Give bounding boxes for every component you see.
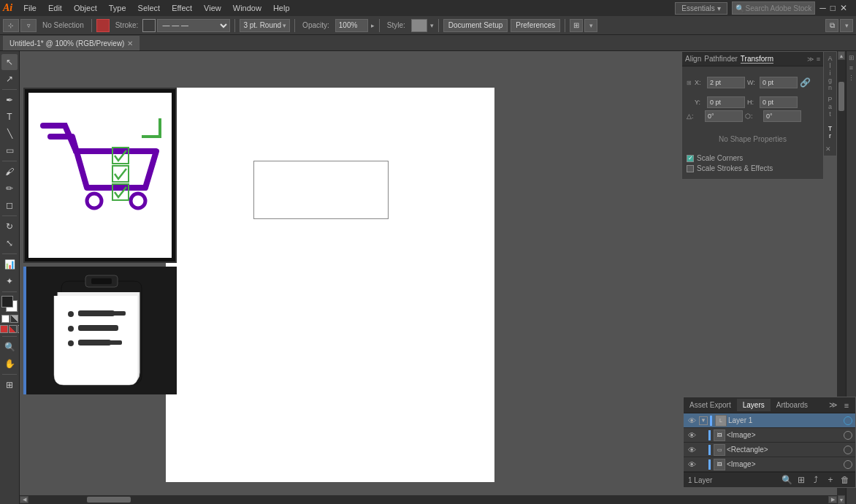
document-setup-btn[interactable]: Document Setup bbox=[443, 19, 508, 32]
menu-window[interactable]: Window bbox=[228, 2, 267, 14]
eraser-tool[interactable]: ◻ bbox=[1, 197, 18, 213]
menu-view[interactable]: View bbox=[199, 2, 226, 14]
menu-help[interactable]: Help bbox=[268, 2, 295, 14]
transform-mini-tab[interactable]: T r bbox=[825, 125, 835, 140]
color-fill-icon[interactable] bbox=[0, 325, 8, 333]
layer-image2-visibility[interactable]: 👁 bbox=[685, 458, 698, 471]
scrollbar-left-btn[interactable]: ◀ bbox=[20, 496, 28, 503]
create-sublayer-btn[interactable]: ⊞ bbox=[795, 475, 807, 485]
scale-tool[interactable]: ⤡ bbox=[1, 235, 18, 251]
menu-effect[interactable]: Effect bbox=[167, 2, 197, 14]
panel-menu-btn[interactable]: ≡ bbox=[841, 400, 852, 411]
fill-swatch[interactable] bbox=[96, 19, 110, 32]
stroke-swatch[interactable] bbox=[142, 19, 156, 32]
move-to-layer-btn[interactable]: ⤴ bbox=[810, 475, 822, 485]
panel-tab-align[interactable]: Align bbox=[685, 55, 701, 63]
swap-colors-icon[interactable] bbox=[1, 315, 9, 323]
opacity-expand[interactable]: ▸ bbox=[371, 22, 375, 29]
w-input[interactable] bbox=[760, 77, 798, 88]
artboards-tab[interactable]: Artboards bbox=[771, 399, 814, 411]
shape-tool[interactable]: ▭ bbox=[1, 142, 18, 159]
arrange-docs-btn[interactable]: ⧉ bbox=[825, 19, 838, 32]
delete-layer-btn[interactable]: 🗑 bbox=[839, 475, 851, 485]
doc-close-icon[interactable]: ✕ bbox=[127, 39, 133, 47]
menu-file[interactable]: File bbox=[18, 2, 42, 14]
maximize-btn[interactable]: □ bbox=[830, 3, 836, 13]
rotate-tool[interactable]: ↻ bbox=[1, 218, 18, 234]
arrange-btn[interactable]: ▾ bbox=[584, 19, 597, 32]
active-doc-tab[interactable]: Untitled-1* @ 100% (RGB/Preview) ✕ bbox=[3, 36, 140, 50]
type-tool[interactable]: T bbox=[1, 109, 18, 125]
menu-select[interactable]: Select bbox=[133, 2, 166, 14]
canvas-item-1[interactable] bbox=[23, 88, 177, 263]
foreground-color-swatch[interactable] bbox=[1, 296, 13, 308]
search-stock-bar[interactable]: 🔍 Search Adobe Stock bbox=[732, 1, 816, 15]
stroke-style-select[interactable]: — — — bbox=[157, 19, 230, 32]
default-colors-icon[interactable] bbox=[10, 315, 18, 323]
paintbrush-tool[interactable]: 🖌 bbox=[1, 164, 18, 180]
make-clipping-mask-btn[interactable]: 🔍 bbox=[781, 475, 792, 485]
scrollbar-down-btn[interactable]: ▼ bbox=[838, 495, 845, 504]
artboard-tool[interactable]: ⊞ bbox=[1, 377, 18, 393]
minimize-btn[interactable]: ─ bbox=[819, 3, 826, 13]
layer-image2-target[interactable] bbox=[844, 460, 852, 469]
color-swatches[interactable] bbox=[1, 296, 18, 312]
opacity-input[interactable] bbox=[335, 19, 368, 32]
scrollbar-thumb[interactable] bbox=[838, 82, 844, 111]
grid-view-btn[interactable]: ⊞ bbox=[570, 19, 583, 32]
symbol-tool[interactable]: ✦ bbox=[1, 273, 18, 289]
scale-corners-checkbox[interactable]: ✓ bbox=[687, 155, 694, 162]
right-strip-btn-2[interactable]: ≡ bbox=[847, 64, 856, 73]
shear-input[interactable] bbox=[763, 110, 801, 122]
layer-row-rect[interactable]: 👁 ▭ <Rectangle> bbox=[684, 443, 855, 457]
layer-rect-target[interactable] bbox=[844, 446, 852, 454]
layer-row-image-2[interactable]: 👁 🖼 <Image> bbox=[684, 457, 855, 472]
line-tool[interactable]: ╲ bbox=[1, 126, 18, 142]
pen-tool[interactable]: ✒ bbox=[1, 92, 18, 108]
stroke-width-input[interactable]: 3 pt. Round ▾ bbox=[240, 19, 290, 32]
style-expand[interactable]: ▾ bbox=[430, 22, 434, 29]
menu-type[interactable]: Type bbox=[104, 2, 131, 14]
canvas-item-2[interactable] bbox=[23, 267, 177, 394]
style-swatch[interactable] bbox=[411, 19, 427, 32]
panel-overflow-btn[interactable]: ≫ bbox=[828, 400, 839, 411]
pencil-tool[interactable]: ✏ bbox=[1, 180, 18, 196]
panel-menu-btn[interactable]: ≡ bbox=[817, 56, 820, 63]
panel-tab-transform[interactable]: Transform bbox=[741, 55, 773, 64]
arrange-expand[interactable]: ▾ bbox=[840, 19, 853, 32]
right-strip-btn-1[interactable]: ⊞ bbox=[847, 54, 856, 63]
lock-proportions-icon[interactable]: 🔗 bbox=[800, 71, 810, 94]
close-btn[interactable]: ✕ bbox=[840, 3, 847, 13]
panel-more-btn[interactable]: ≫ bbox=[807, 56, 814, 63]
layer-1-target[interactable] bbox=[844, 416, 852, 425]
layer-row-image-1[interactable]: 👁 🖼 <Image> bbox=[684, 428, 855, 443]
layer-image1-target[interactable] bbox=[844, 431, 852, 440]
h-input[interactable] bbox=[760, 96, 798, 108]
align-mini-tab[interactable]: A l i g n bbox=[825, 55, 835, 91]
scale-strokes-checkbox[interactable] bbox=[687, 165, 694, 172]
layers-tab[interactable]: Layers bbox=[737, 399, 771, 411]
create-new-layer-btn[interactable]: + bbox=[825, 475, 836, 485]
y-input[interactable] bbox=[707, 96, 745, 108]
preferences-btn[interactable]: Preferences bbox=[511, 19, 560, 32]
layer-1-expand-toggle[interactable]: ▼ bbox=[699, 416, 708, 425]
close-panel-btn[interactable]: ✕ bbox=[825, 144, 835, 153]
gradient-fill-icon[interactable] bbox=[9, 325, 17, 333]
panel-tab-pathfinder[interactable]: Pathfinder bbox=[704, 55, 738, 63]
zoom-tool[interactable]: 🔍 bbox=[1, 339, 18, 355]
layer-row-1[interactable]: 👁 ▼ L Layer 1 bbox=[684, 413, 855, 428]
hand-tool[interactable]: ✋ bbox=[1, 356, 18, 372]
h-scrollbar-track[interactable] bbox=[28, 496, 828, 503]
selection-tool[interactable]: ↖ bbox=[1, 54, 18, 70]
x-input[interactable] bbox=[707, 77, 745, 88]
h-scrollbar-thumb[interactable] bbox=[87, 497, 131, 503]
scrollbar-right-btn[interactable]: ▶ bbox=[828, 496, 837, 503]
right-strip-btn-3[interactable]: ⋮ bbox=[847, 75, 856, 83]
menu-edit[interactable]: Edit bbox=[43, 2, 67, 14]
layer-rect-visibility[interactable]: 👁 bbox=[685, 443, 698, 457]
graph-tool[interactable]: 📊 bbox=[1, 256, 18, 272]
pathfinder-mini-tab[interactable]: P a t bbox=[825, 96, 835, 118]
layer-image1-visibility[interactable]: 👁 bbox=[685, 429, 698, 442]
menu-object[interactable]: Object bbox=[69, 2, 102, 14]
layer-1-visibility[interactable]: 👁 bbox=[685, 414, 698, 427]
